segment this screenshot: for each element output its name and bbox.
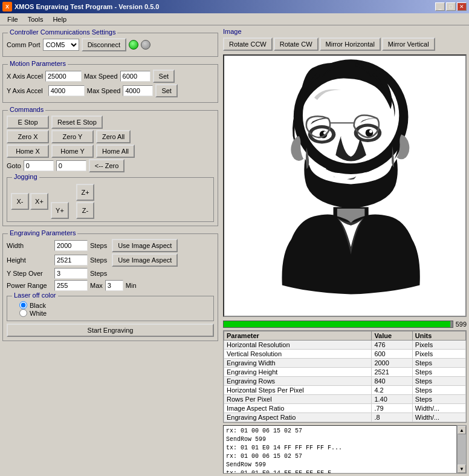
window-controls[interactable]: _ □ ✕: [435, 2, 467, 11]
zero-x-button[interactable]: Zero X: [7, 130, 49, 143]
y-max-speed-input[interactable]: [123, 85, 153, 96]
col-units: Units: [412, 331, 465, 341]
power-row: Power Range Max Min: [7, 280, 214, 291]
log-line: SendRow 599: [226, 461, 454, 469]
laser-color-section: Laser off color Black White: [7, 296, 214, 321]
jog-y-column: X+: [30, 193, 48, 210]
y-set-button[interactable]: Set: [155, 84, 178, 97]
progress-row: 599: [223, 321, 467, 328]
height-row: Height Steps Use Image Aspect: [7, 253, 214, 267]
black-radio-row: Black: [19, 301, 210, 309]
table-row: Engraving Width2000Steps: [224, 359, 466, 368]
engraving-title: Engraving Parameters: [8, 229, 77, 236]
log-line: rx: 01 00 06 15 02 57: [226, 427, 454, 435]
power-min-label: Min: [126, 282, 137, 289]
jog-z-plus-button[interactable]: Z+: [76, 184, 94, 201]
controller-section: Controller Communications Settings Comm …: [2, 33, 218, 57]
white-label[interactable]: White: [30, 310, 47, 317]
commands-title: Commands: [8, 106, 45, 113]
width-row: Width Steps Use Image Aspect: [7, 239, 214, 252]
table-row: Engraving Height2521Steps: [224, 368, 466, 377]
goto-x-input[interactable]: [24, 160, 54, 171]
image-section-label: Image: [223, 28, 467, 35]
estop-row: E Stop Reset E Stop: [7, 116, 214, 129]
menu-bar: File Tools Help: [0, 13, 469, 25]
black-label[interactable]: Black: [30, 302, 46, 309]
menu-help[interactable]: Help: [48, 15, 71, 24]
engraving-section: Engraving Parameters Width Steps Use Ima…: [2, 233, 218, 341]
goto-y-input[interactable]: [56, 160, 86, 171]
y-accel-input[interactable]: [48, 85, 85, 96]
reset-estop-button[interactable]: Reset E Stop: [51, 116, 103, 129]
x-max-speed-label: Max Speed: [84, 73, 118, 80]
motion-section: Motion Parameters X Axis Accel Max Speed…: [2, 64, 218, 103]
white-radio-row: White: [19, 309, 210, 317]
y-max-speed-label: Max Speed: [87, 87, 121, 94]
log-line: rx: 01 00 06 15 02 57: [226, 452, 454, 461]
einstein-svg: [224, 56, 465, 316]
mirror-v-button[interactable]: Mirror Vertical: [382, 37, 435, 51]
estop-button[interactable]: E Stop: [7, 116, 49, 129]
progress-bar-fill: [224, 321, 450, 327]
jog-z-minus-button[interactable]: Z-: [76, 202, 94, 219]
log-area: rx: 01 00 06 15 02 57SendRow 599tx: 01 0…: [223, 425, 457, 474]
log-scrollbar[interactable]: ▲ ▼: [457, 425, 467, 474]
table-row: Horizontal Resolution476Pixels: [224, 341, 466, 350]
scroll-track: [458, 434, 466, 465]
home-y-button[interactable]: Home Y: [51, 145, 94, 158]
table-row: Vertical Resolution600Pixels: [224, 350, 466, 359]
start-engraving-button[interactable]: Start Engraving: [7, 324, 214, 337]
menu-file[interactable]: File: [2, 15, 23, 24]
disconnect-button[interactable]: Disconnect: [82, 38, 126, 51]
log-line: tx: 01 01 E0 14 FF FF FF FF F...: [226, 469, 454, 474]
x-axis-row: X Axis Accel Max Speed Set: [7, 70, 214, 83]
power-max-input[interactable]: [105, 280, 123, 291]
goto-label: Goto: [7, 162, 21, 169]
jogging-title: Jogging: [12, 173, 39, 180]
white-radio[interactable]: [19, 309, 27, 317]
motion-title: Motion Parameters: [8, 60, 68, 67]
height-input[interactable]: [54, 255, 88, 266]
table-row: Engraving Rows840Steps: [224, 377, 466, 386]
led-gray: [141, 40, 150, 50]
right-panel: Image Rotate CCW Rotate CW Mirror Horizo…: [221, 25, 469, 476]
home-all-button[interactable]: Home All: [96, 145, 135, 158]
log-section: rx: 01 00 06 15 02 57SendRow 599tx: 01 0…: [223, 425, 467, 474]
menu-tools[interactable]: Tools: [23, 15, 48, 24]
comm-port-select[interactable]: COM5 COM1 COM2 COM3 COM4: [43, 39, 79, 51]
log-line: SendRow 599: [226, 435, 454, 444]
scroll-down-button[interactable]: ▼: [458, 465, 466, 473]
x-max-speed-input[interactable]: [120, 71, 150, 82]
use-image-aspect-width-button[interactable]: Use Image Aspect: [112, 239, 178, 252]
title-bar-left: X XMOS Engraving Test Program - Version …: [2, 2, 159, 11]
maximize-button[interactable]: □: [446, 2, 456, 11]
jog-x-plus-button[interactable]: X+: [30, 193, 48, 210]
power-input[interactable]: [54, 280, 88, 291]
x-accel-label: X Axis Accel: [7, 73, 43, 80]
ystep-input[interactable]: [54, 268, 88, 279]
ystep-label: Y Step Over: [7, 270, 52, 277]
use-image-aspect-height-button[interactable]: Use Image Aspect: [112, 253, 178, 267]
log-line: tx: 01 01 E0 14 FF FF FF FF F...: [226, 444, 454, 452]
black-radio[interactable]: [19, 301, 27, 309]
home-x-button[interactable]: Home X: [7, 145, 49, 158]
goto-zero-button[interactable]: <-- Zero: [89, 159, 125, 172]
params-table-container: Parameter Value Units Horizontal Resolut…: [223, 330, 467, 423]
power-max-label: Max: [90, 282, 103, 289]
rotate-cw-button[interactable]: Rotate CW: [274, 37, 319, 51]
title-text: XMOS Engraving Test Program - Version 0.…: [15, 3, 159, 10]
x-set-button[interactable]: Set: [153, 70, 175, 83]
jog-x-minus-button[interactable]: X-: [11, 193, 29, 210]
jog-z-col: Z+ Z-: [76, 184, 94, 219]
jog-y-plus-button[interactable]: Y+: [51, 202, 69, 219]
rotate-ccw-button[interactable]: Rotate CCW: [223, 37, 273, 51]
x-accel-input[interactable]: [45, 71, 82, 82]
mirror-h-button[interactable]: Mirror Horizontal: [320, 37, 381, 51]
close-button[interactable]: ✕: [457, 2, 467, 11]
scroll-up-button[interactable]: ▲: [458, 426, 466, 434]
minimize-button[interactable]: _: [435, 2, 445, 11]
zero-all-button[interactable]: Zero All: [96, 130, 131, 143]
goto-row: Goto <-- Zero: [7, 159, 214, 172]
width-input[interactable]: [54, 240, 88, 251]
zero-y-button[interactable]: Zero Y: [51, 130, 94, 143]
